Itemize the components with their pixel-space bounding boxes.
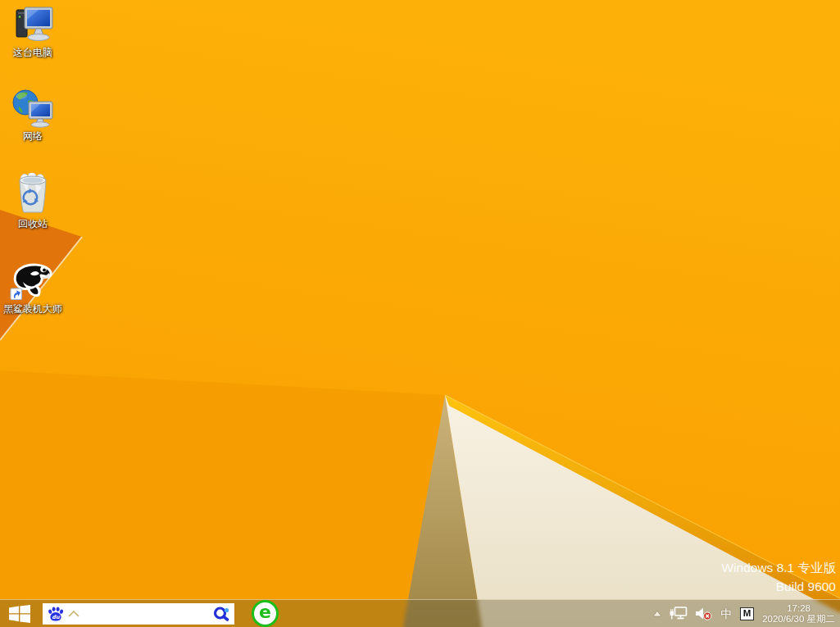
taskbar: du e — [0, 599, 840, 627]
ime-language-indicator[interactable]: 中 — [720, 608, 732, 620]
green-browser-button[interactable]: e — [252, 600, 279, 627]
ethernet-network-icon — [670, 607, 688, 620]
clock-time: 17:28 — [762, 603, 835, 614]
chevron-up-icon — [653, 611, 661, 617]
windows-logo-icon — [9, 605, 30, 623]
start-button[interactable] — [0, 600, 43, 627]
recycle-bin-icon — [13, 173, 52, 216]
desktop-icon-label: 网络 — [23, 130, 43, 142]
show-hidden-icons-button[interactable] — [653, 611, 661, 617]
this-pc-icon — [11, 5, 55, 44]
watermark-build: Build 9600 — [721, 579, 836, 593]
clock-date: 2020/6/30 星期二 — [762, 614, 835, 625]
system-tray: 中 M 17:28 2020/6/30 星期二 — [653, 603, 840, 625]
taskbar-search-input[interactable] — [84, 606, 208, 622]
baidu-paw-icon[interactable]: du — [48, 606, 64, 622]
taskbar-search-box: du — [43, 603, 234, 625]
desktop-icon-label: 回收站 — [18, 218, 48, 229]
desktop-screen: 这台电脑 网络 — [0, 0, 840, 627]
heishark-shark-icon — [10, 258, 56, 301]
svg-text:du: du — [52, 614, 60, 620]
taskbar-clock[interactable]: 17:28 2020/6/30 星期二 — [762, 603, 835, 625]
desktop-icon-heishark-installer[interactable]: 黑鲨装机大师 — [0, 258, 66, 316]
network-icon — [11, 89, 55, 128]
ime-mode-indicator[interactable]: M — [740, 607, 754, 620]
volume-muted-button[interactable] — [696, 607, 712, 620]
baidu-search-icon[interactable] — [212, 605, 230, 623]
desktop-icon-this-pc[interactable]: 这台电脑 — [0, 5, 66, 59]
desktop-icon-label: 黑鲨装机大师 — [3, 303, 62, 315]
network-tray-button[interactable] — [670, 607, 688, 620]
desktop-icon-recycle-bin[interactable]: 回收站 — [0, 173, 66, 230]
toolbar-collapse-caret-icon[interactable] — [68, 611, 79, 617]
watermark-edition: Windows 8.1 专业版 — [721, 561, 836, 575]
speaker-muted-icon — [696, 607, 712, 620]
desktop-icon-network[interactable]: 网络 — [0, 89, 66, 143]
browser-e-glyph: e — [259, 603, 271, 621]
windows-version-watermark: Windows 8.1 专业版 Build 9600 — [721, 561, 836, 598]
wallpaper-image — [0, 0, 840, 627]
desktop-icon-label: 这台电脑 — [13, 47, 52, 58]
shortcut-arrow-overlay — [11, 289, 22, 300]
